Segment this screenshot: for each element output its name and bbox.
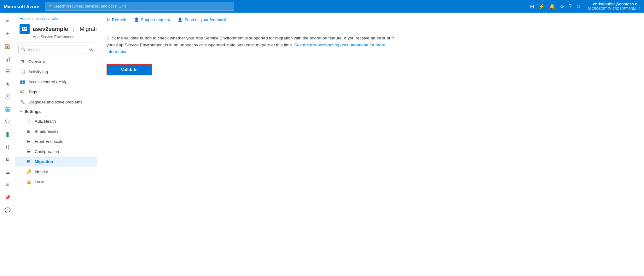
nav-sub-config[interactable]: ☰ Configuration: [15, 146, 97, 156]
rail-compute[interactable]: 🖥: [1, 154, 14, 165]
rail-home[interactable]: 🏠: [1, 40, 14, 52]
settings-chevron: ▼: [20, 110, 23, 113]
feedback-icon: 👤: [177, 17, 183, 22]
icon-rail: ≫ ＋ 🏠 📊 ☰ ★ 🕐 🌐 🛡 💲 ⟨⟩ 🖥 ☁ ≡ 📌 💬: [0, 13, 15, 276]
settings-section-header[interactable]: ▼ Settings: [15, 107, 97, 116]
scale-icon: ⊟: [26, 138, 32, 144]
identity-icon: 🔑: [26, 169, 32, 174]
rail-advisor[interactable]: 📌: [1, 192, 14, 203]
rail-hybrid[interactable]: ☁: [1, 167, 14, 178]
migration-icon: ⊟: [26, 159, 32, 164]
portal-menu-icon[interactable]: ⊞: [530, 3, 534, 9]
resource-pipe: |: [73, 26, 75, 32]
support-icon: 👤: [134, 17, 139, 22]
svg-rect-1: [23, 28, 24, 29]
nav-sub-migration[interactable]: ⊟ Migration: [15, 156, 97, 167]
support-button[interactable]: 👤 Support request: [131, 16, 173, 24]
nav-item-overview[interactable]: ⊡ Overview: [15, 56, 97, 67]
app-logo: Microsoft Azure: [4, 4, 39, 9]
nav-item-iam[interactable]: 👥 Access control (IAM): [15, 77, 97, 87]
nav-item-label: Identity: [35, 169, 48, 174]
support-label: Support request: [141, 17, 170, 22]
nav-search-box[interactable]: 🔍 Search: [18, 45, 87, 54]
activitylog-icon: 📋: [20, 69, 25, 74]
feedback-icon[interactable]: ☺: [576, 3, 581, 9]
rail-expand[interactable]: ≫: [1, 15, 14, 26]
refresh-icon: ↻: [107, 17, 110, 22]
nav-item-tags[interactable]: 🏷 Tags: [15, 87, 97, 97]
resource-nav: Home > asev2sample asev2sample | Migrati…: [15, 13, 97, 276]
diagnose-icon: 🔧: [20, 99, 25, 105]
rail-create[interactable]: ＋: [1, 28, 14, 39]
nav-item-label: Front End scale: [35, 139, 63, 144]
rail-resources[interactable]: ☰: [1, 66, 14, 77]
rail-recent[interactable]: 🕐: [1, 91, 14, 102]
nav-item-label: Configuration: [35, 149, 59, 154]
locks-icon: 🔒: [26, 179, 32, 185]
description-text: Click the validate button to check wheth…: [107, 35, 397, 55]
rail-chat[interactable]: 💬: [1, 204, 14, 216]
nav-sub-identity[interactable]: 🔑 Identity: [15, 167, 97, 177]
nav-sub-locks[interactable]: 🔒 Locks: [15, 177, 97, 187]
resource-header: Home > asev2sample asev2sample | Migrati…: [15, 13, 97, 43]
content-toolbar: ↻ Refresh 👤 Support request 👤 Send us yo…: [97, 13, 644, 27]
rail-security[interactable]: 🛡: [1, 116, 14, 127]
settings-label: Settings: [25, 109, 41, 114]
refresh-button[interactable]: ↻ Refresh: [103, 16, 130, 24]
cloud-shell-icon[interactable]: ⚡: [538, 3, 545, 9]
breadcrumb-sep1: >: [32, 17, 33, 21]
resource-subtitle: App Service Environment: [33, 35, 92, 39]
resource-section: Migration: [80, 26, 97, 32]
breadcrumb-resource[interactable]: asev2sample: [35, 16, 58, 21]
feedback-label: Send us your feedback: [184, 17, 226, 22]
nav-item-label: Migration: [35, 159, 53, 164]
iam-icon: 👥: [20, 79, 25, 85]
overview-icon: ⊡: [20, 59, 25, 64]
nav-sub-ip[interactable]: ⊞ IP addresses: [15, 126, 97, 136]
feedback-button[interactable]: 👤 Send us your feedback: [174, 16, 229, 24]
nav-item-label: Overview: [28, 59, 45, 64]
nav-search-row: 🔍 Search ≪: [15, 43, 97, 56]
nav-item-label: IP addresses: [35, 129, 59, 134]
validate-wrapper: Validate: [107, 64, 152, 75]
settings-icon[interactable]: ⚙: [560, 3, 564, 9]
nav-collapse-btn[interactable]: ≪: [89, 47, 94, 52]
rail-data[interactable]: ≡: [1, 179, 14, 191]
svg-rect-2: [25, 28, 26, 29]
ip-icon: ⊞: [26, 128, 32, 134]
nav-item-label: Access control (IAM): [28, 79, 66, 84]
content-area: ↻ Refresh 👤 Support request 👤 Send us yo…: [97, 13, 644, 276]
rail-dev[interactable]: ⟨⟩: [1, 141, 14, 153]
user-info[interactable]: chrisqpublic@contoso.c... MICROSOFT (MIC…: [588, 2, 640, 11]
nav-sub-frontend[interactable]: ⊟ Front End scale: [15, 136, 97, 146]
notifications-icon[interactable]: 🔔: [549, 3, 555, 9]
svg-rect-3: [23, 30, 26, 30]
ase-icon: [21, 26, 28, 32]
resource-title-row: asev2sample | Migration ☆ ···: [20, 24, 92, 34]
topbar-icons: ⊞ ⚡ 🔔 ⚙ ? ☺ chrisqpublic@contoso.c... MI…: [530, 2, 640, 11]
breadcrumb: Home > asev2sample: [20, 16, 92, 21]
nav-item-label: Diagnose and solve problems: [28, 100, 82, 104]
search-icon: 🔍: [49, 4, 53, 9]
user-name: chrisqpublic@contoso.c...: [588, 2, 640, 7]
help-icon[interactable]: ?: [569, 3, 571, 9]
rail-favorites[interactable]: ★: [1, 78, 14, 90]
nav-item-label: Activity log: [28, 69, 48, 74]
nav-search-placeholder: Search: [28, 47, 40, 52]
nav-item-activity-log[interactable]: 📋 Activity log: [15, 67, 97, 77]
breadcrumb-home[interactable]: Home: [20, 16, 30, 21]
resource-icon: [20, 24, 30, 34]
nav-sub-ase-health[interactable]: ♡ ASE Health: [15, 116, 97, 126]
nav-item-label: ASE Health: [35, 119, 56, 124]
global-search[interactable]: 🔍 Search resources, services, and docs (…: [45, 2, 234, 11]
nav-items: ⊡ Overview 📋 Activity log 👥 Access contr…: [15, 56, 97, 276]
validate-button[interactable]: Validate: [107, 65, 151, 75]
resource-name: asev2sample: [33, 26, 68, 32]
main-layout: ≫ ＋ 🏠 📊 ☰ ★ 🕐 🌐 🛡 💲 ⟨⟩ 🖥 ☁ ≡ 📌 💬 Home > …: [0, 13, 644, 276]
svg-rect-0: [22, 27, 27, 31]
rail-monitor[interactable]: 🌐: [1, 103, 14, 115]
rail-dashboard[interactable]: 📊: [1, 53, 14, 64]
nav-item-diagnose[interactable]: 🔧 Diagnose and solve problems: [15, 97, 97, 107]
content-body: Click the validate button to check wheth…: [97, 27, 644, 276]
rail-cost[interactable]: 💲: [1, 129, 14, 140]
